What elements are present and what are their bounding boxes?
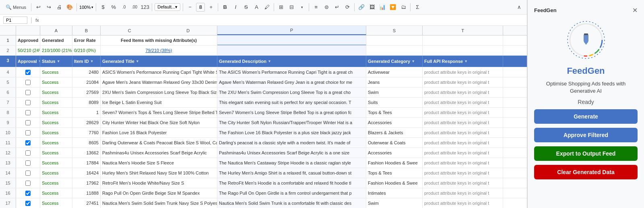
feed-link[interactable]: 79/210 (38%): [145, 48, 172, 53]
row-checkbox-14[interactable]: [25, 171, 31, 176]
col-header-apiresp[interactable]: Full API Response ▼: [423, 56, 503, 67]
cell-itemid-14: 16424: [72, 168, 101, 178]
cell-itemid-9: 28629: [72, 118, 101, 127]
row-checkbox-8[interactable]: [25, 110, 31, 115]
highlight-button[interactable]: 🖊: [262, 3, 271, 12]
cell-reference[interactable]: P1: [3, 17, 27, 24]
col-header-S[interactable]: S: [366, 26, 423, 35]
format-number-button[interactable]: 123: [140, 3, 149, 12]
link-button[interactable]: 🔗: [357, 3, 366, 12]
currency-button[interactable]: $: [99, 3, 107, 12]
cell-checkbox-14[interactable]: [16, 168, 40, 178]
row-checkbox-11[interactable]: [25, 140, 31, 146]
cell-checkbox-7[interactable]: [16, 98, 40, 107]
percent-button[interactable]: %: [109, 3, 118, 12]
table-row: 13 Success 17884 Nautica Men's Hoodie Si…: [0, 158, 527, 168]
panel-close-button[interactable]: ✕: [632, 6, 638, 14]
generate-button[interactable]: Generate: [534, 109, 638, 124]
increase-decimal-button[interactable]: .00: [130, 3, 139, 12]
row-checkbox-7[interactable]: [25, 100, 31, 105]
print-button[interactable]: 🖨: [55, 3, 64, 12]
status-value: Success: [42, 160, 59, 165]
cell-checkbox-6[interactable]: [16, 87, 40, 97]
cell-2-feedlink[interactable]: 79/210 (38%): [101, 46, 217, 55]
status-sort-icon[interactable]: ▼: [57, 59, 60, 63]
col-header-itemid[interactable]: Item ID ▼: [72, 56, 101, 67]
col-header-T[interactable]: T: [423, 26, 503, 35]
col-header-gentitle[interactable]: Generated Title ▼: [101, 56, 217, 67]
text-color-button[interactable]: A: [252, 3, 261, 12]
row-checkbox-15[interactable]: [25, 181, 31, 186]
font-select[interactable]: Default...▾: [155, 3, 180, 11]
row-checkbox-12[interactable]: [25, 150, 31, 156]
cell-checkbox-4[interactable]: [16, 67, 40, 77]
paint-format-button[interactable]: 🎨: [65, 3, 74, 12]
cell-checkbox-9[interactable]: [16, 118, 40, 127]
cell-checkbox-15[interactable]: [16, 178, 40, 188]
strikethrough-button[interactable]: S: [242, 3, 250, 12]
insert-image-button[interactable]: 🖼: [367, 3, 376, 12]
row-checkbox-5[interactable]: [25, 80, 31, 85]
rotate-button[interactable]: ⟳: [343, 3, 352, 12]
italic-button[interactable]: I: [231, 3, 240, 12]
align-button[interactable]: ≡: [312, 3, 320, 12]
gentitle-sort-icon[interactable]: ▼: [136, 59, 139, 63]
zoom-dropdown-icon[interactable]: ▾: [91, 5, 93, 9]
row-checkbox-10[interactable]: [25, 130, 31, 135]
zoom-control[interactable]: 100% ▾: [79, 5, 93, 10]
clear-data-button[interactable]: Clear Generated Data: [534, 165, 638, 179]
cell-checkbox-5[interactable]: [16, 77, 40, 87]
row-checkbox-9[interactable]: [25, 120, 31, 125]
status-value: Success: [42, 130, 59, 135]
bold-button[interactable]: B: [221, 3, 229, 12]
cell-checkbox-17[interactable]: [16, 198, 40, 208]
filter-views-button[interactable]: 🗂: [399, 3, 408, 12]
font-size-input[interactable]: 8: [196, 3, 205, 12]
cell-checkbox-11[interactable]: [16, 138, 40, 148]
cell-gentitle-4: ASICS Women's Performance Running Capri …: [101, 67, 217, 77]
row-checkbox-6[interactable]: [25, 90, 31, 95]
cell-1-gendesc: [217, 35, 366, 45]
hide-formula-button[interactable]: ∧: [515, 3, 524, 12]
redo-button[interactable]: ↪: [44, 3, 53, 12]
decrease-decimal-button[interactable]: .0: [120, 3, 128, 12]
increase-font-button[interactable]: +: [206, 3, 215, 12]
cell-apiresp-15: product attribute keys in original t: [423, 178, 503, 188]
panel-status: Ready: [578, 99, 594, 105]
itemid-sort-icon[interactable]: ▼: [90, 59, 94, 63]
col-header-gencat[interactable]: Generated Category ▼: [366, 56, 423, 67]
cell-checkbox-8[interactable]: [16, 108, 40, 117]
valign-button[interactable]: ⊜: [322, 3, 331, 12]
insert-chart-button[interactable]: 📊: [378, 3, 387, 12]
cell-checkbox-10[interactable]: [16, 128, 40, 137]
cell-checkbox-16[interactable]: [16, 188, 40, 198]
undo-button[interactable]: ↩: [34, 3, 43, 12]
functions-button[interactable]: Σ: [413, 3, 422, 12]
col-header-A[interactable]: A: [40, 26, 72, 35]
col-header-gendesc[interactable]: Generated Description ▼: [217, 56, 366, 67]
formula-input[interactable]: [42, 18, 524, 23]
gendesc-sort-icon[interactable]: ▼: [268, 59, 271, 63]
export-feed-button[interactable]: Export to Output Feed: [534, 146, 638, 161]
col-header-P[interactable]: P: [217, 26, 366, 35]
col-header-B[interactable]: B: [72, 26, 101, 35]
wrap-button[interactable]: ↵: [332, 3, 341, 12]
col-header-C[interactable]: C D: [101, 26, 217, 35]
col-header-status[interactable]: Status ▼: [40, 56, 72, 67]
filter-button[interactable]: 🔽: [388, 3, 397, 12]
menus-button[interactable]: 🔍 Menus: [3, 3, 29, 11]
gencat-sort-icon[interactable]: ▼: [411, 59, 415, 63]
decrease-font-button[interactable]: −: [186, 3, 194, 12]
col-header-approval[interactable]: Approval ▼: [16, 56, 40, 67]
cell-checkbox-12[interactable]: [16, 148, 40, 158]
apiresp-sort-icon[interactable]: ▼: [464, 59, 468, 63]
merge-dropdown-icon[interactable]: ▾: [297, 3, 306, 12]
row-checkbox-4[interactable]: [25, 70, 31, 75]
row-checkbox-17[interactable]: [25, 201, 31, 206]
cell-checkbox-13[interactable]: [16, 158, 40, 168]
row-checkbox-13[interactable]: [25, 160, 31, 166]
merge-cells-button[interactable]: ⊟: [287, 3, 296, 12]
row-checkbox-16[interactable]: [25, 191, 31, 196]
borders-button[interactable]: ⊞: [277, 3, 285, 12]
approve-filtered-button[interactable]: Approve Filtered: [534, 128, 638, 142]
